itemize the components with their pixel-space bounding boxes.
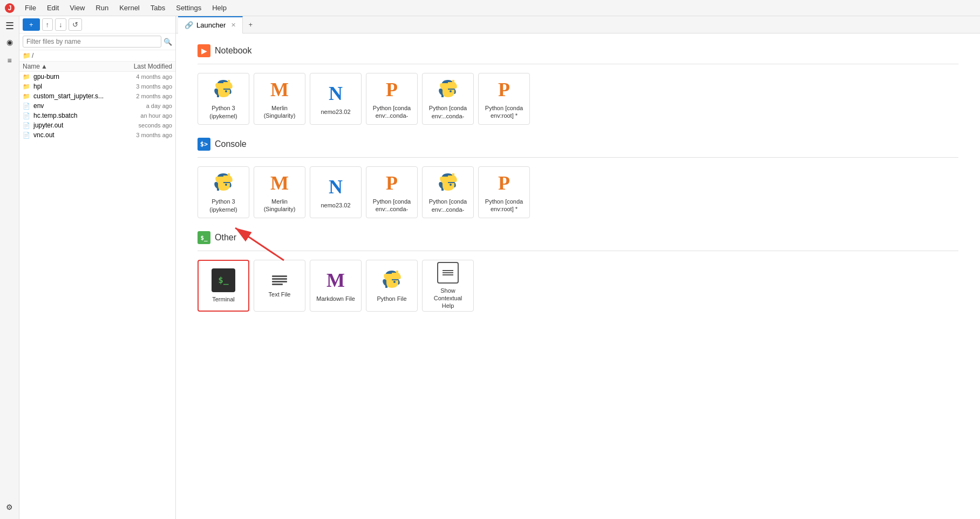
launcher-card[interactable]: M Merlin(Singularity): [254, 73, 305, 125]
launcher-card[interactable]: N nemo23.02: [310, 73, 362, 125]
folder-icon: 📁: [23, 52, 31, 59]
launcher-card[interactable]: P Python [condaenv:root] *: [478, 73, 530, 125]
file-date: 3 months ago: [107, 83, 172, 90]
card-label: Python 3(ipykernel): [209, 198, 237, 213]
menu-help[interactable]: Help: [208, 3, 231, 13]
menu-file[interactable]: File: [21, 3, 40, 13]
file-name: jupyter.out: [33, 122, 107, 129]
file-date: 2 months ago: [107, 93, 172, 99]
tab-launcher[interactable]: 🔗 Launcher ✕: [178, 16, 243, 33]
card-label: Python [condaenv:..conda-: [429, 198, 467, 213]
card-icon-python: [437, 171, 459, 194]
name-column-header[interactable]: Name ▲: [23, 63, 107, 70]
list-item[interactable]: 📁 custom_start_jupyter.s... 2 months ago: [19, 91, 175, 101]
download-icon: ↓: [59, 21, 63, 29]
card-label: Terminal: [212, 295, 235, 303]
upload-button[interactable]: ↑: [42, 18, 53, 31]
svg-point-11: [393, 281, 396, 283]
launcher-card[interactable]: Show ContextualHelp: [422, 260, 474, 312]
card-icon-nemo: N: [329, 82, 343, 105]
nav-folder-icon[interactable]: ☰: [2, 18, 17, 33]
svg-text:J: J: [8, 4, 12, 12]
search-icon: 🔍: [164, 38, 172, 46]
date-column-header[interactable]: Last Modified: [107, 63, 172, 70]
menu-view[interactable]: View: [65, 3, 89, 13]
content-area: 🔗 Launcher ✕ + ▶ Notebook: [176, 16, 980, 519]
launcher-card[interactable]: P Python [condaenv:..conda-: [366, 166, 418, 218]
launcher-card[interactable]: Python [condaenv:..conda-: [422, 166, 474, 218]
breadcrumb: 📁 /: [19, 50, 175, 62]
svg-point-7: [225, 184, 227, 186]
nav-puzzle-icon[interactable]: ⚙: [2, 500, 17, 515]
launcher-card[interactable]: P Python [condaenv:..conda-: [366, 73, 418, 125]
file-date: seconds ago: [107, 122, 172, 129]
card-icon-python-file: [381, 268, 403, 292]
svg-point-2: [220, 85, 222, 87]
file-icon: 📄: [23, 112, 31, 119]
search-input[interactable]: [23, 36, 161, 48]
other-section-header: $_ Other: [198, 231, 958, 244]
launcher-card[interactable]: Python 3(ipykernel): [198, 73, 249, 125]
new-tab-button[interactable]: +: [243, 17, 258, 32]
launcher-card[interactable]: $_ Terminal: [198, 260, 249, 312]
list-item[interactable]: 📁 hpl 3 months ago: [19, 82, 175, 91]
refresh-icon: ↺: [72, 21, 78, 29]
list-item[interactable]: 📄 vnc.out 3 months ago: [19, 130, 175, 140]
tab-link-icon: 🔗: [185, 21, 193, 29]
card-label: Python [condaenv:root] *: [485, 198, 523, 213]
card-icon-python-p: P: [386, 78, 398, 101]
menu-kernel[interactable]: Kernel: [115, 3, 144, 13]
nav-circle-icon[interactable]: ◉: [2, 35, 17, 50]
file-name: env: [33, 102, 107, 110]
launcher-card[interactable]: Text File: [254, 260, 305, 312]
card-icon-markdown: M: [326, 269, 345, 292]
tab-bar: 🔗 Launcher ✕ +: [176, 16, 980, 33]
card-label: Python [condaenv:root] *: [485, 104, 523, 120]
launcher-card[interactable]: Python File: [366, 260, 418, 312]
launcher-card[interactable]: M Merlin(Singularity): [254, 166, 305, 218]
sort-icon: ▲: [41, 63, 47, 70]
notebook-icon: ▶: [198, 44, 210, 57]
list-item[interactable]: 📁 gpu-burn 4 months ago: [19, 72, 175, 82]
card-label: Python File: [377, 295, 406, 302]
menu-bar: J File Edit View Run Kernel Tabs Setting…: [0, 0, 980, 16]
card-label: Merlin(Singularity): [264, 198, 296, 213]
nav-list-icon[interactable]: ≡: [2, 53, 17, 68]
card-icon-python: [437, 78, 459, 101]
menu-tabs[interactable]: Tabs: [146, 3, 169, 13]
download-button[interactable]: ↓: [55, 18, 66, 31]
file-list: 📁 gpu-burn 4 months ago 📁 hpl 3 months a…: [19, 72, 175, 519]
list-item[interactable]: 📄 jupyter.out seconds ago: [19, 120, 175, 130]
menu-run[interactable]: Run: [91, 3, 113, 13]
launcher-card[interactable]: Python 3(ipykernel): [198, 166, 249, 218]
list-item[interactable]: 📄 env a day ago: [19, 101, 175, 111]
notebook-section-header: ▶ Notebook: [198, 44, 958, 57]
card-icon-python-p: P: [386, 172, 398, 194]
menu-settings[interactable]: Settings: [172, 3, 206, 13]
card-icon-python-p: P: [498, 172, 510, 194]
new-button[interactable]: + +: [23, 18, 40, 31]
file-icon: 📄: [23, 103, 31, 110]
launcher-card[interactable]: P Python [condaenv:root] *: [478, 166, 530, 218]
list-item[interactable]: 📄 hc.temp.sbatch an hour ago: [19, 111, 175, 120]
refresh-button[interactable]: ↺: [69, 18, 82, 31]
launcher-card[interactable]: N nemo23.02: [310, 166, 362, 218]
launcher-card[interactable]: M Markdown File: [310, 260, 362, 312]
other-title: Other: [215, 233, 236, 242]
svg-point-5: [450, 90, 452, 92]
plus-icon: +: [29, 21, 33, 29]
file-list-header: Name ▲ Last Modified: [19, 62, 175, 72]
card-label: nemo23.02: [321, 201, 350, 209]
menu-edit[interactable]: Edit: [43, 3, 63, 13]
svg-point-10: [388, 275, 390, 278]
card-label: Merlin(Singularity): [264, 104, 296, 120]
console-card-grid: Python 3(ipykernel) M Merlin(Singularity…: [198, 166, 958, 218]
launcher-card[interactable]: Python [condaenv:..conda-: [422, 73, 474, 125]
tab-close-icon[interactable]: ✕: [231, 22, 236, 29]
sidebar-nav: ☰ ◉ ≡ ⚙: [0, 16, 19, 519]
svg-point-3: [225, 90, 227, 92]
other-card-grid: $_ Terminal Text File M Markdown File Py…: [198, 260, 958, 312]
folder-icon: 📁: [23, 83, 31, 90]
file-name: vnc.out: [33, 131, 107, 139]
card-label: Text File: [269, 291, 291, 298]
